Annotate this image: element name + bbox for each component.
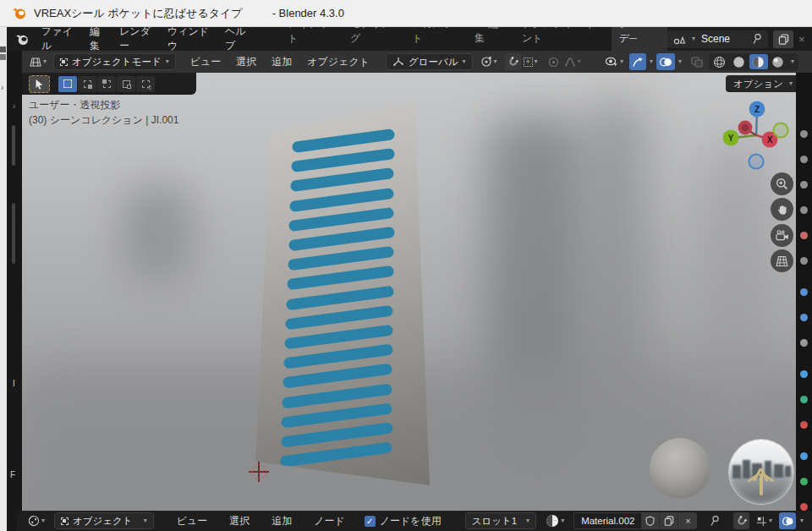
properties-tab-object-icon[interactable] (800, 288, 808, 296)
menu-help[interactable]: ヘルプ (219, 23, 258, 55)
close-icon[interactable]: × (798, 33, 807, 46)
show-overlays-toggle[interactable] (656, 53, 675, 70)
top-menubar: ファイル 編集 レンダー ウィンドウ ヘルプ レイアウト モデリング スカルプト… (7, 27, 812, 51)
slot-dropdown[interactable]: スロット1 ▾ (465, 512, 537, 529)
scrollbar[interactable] (12, 203, 15, 264)
sticker-sheet-object[interactable] (255, 101, 430, 485)
menu-render[interactable]: レンダー (113, 23, 162, 55)
options-dropdown[interactable]: オプション ▾ (726, 75, 796, 92)
shading-rendered-icon[interactable] (769, 54, 787, 69)
viewport-3d[interactable]: オプション ▾ ユーザー・透視投影 (30) シーンコレクション | JI.00… (22, 73, 796, 511)
show-gizmo-toggle[interactable] (629, 53, 646, 70)
properties-tab-misc-icon[interactable] (800, 503, 808, 511)
pin-icon[interactable] (751, 33, 762, 45)
proportional-edit-toggle[interactable] (546, 53, 562, 70)
properties-tab-texture-icon[interactable] (800, 478, 808, 485)
snap-toggle[interactable] (505, 53, 521, 70)
use-nodes-checkbox[interactable]: ✓ (365, 516, 376, 527)
zoom-button[interactable] (771, 172, 793, 195)
shading-mode-group: ▾ (709, 53, 798, 70)
chevron-down-icon[interactable]: ▾ (650, 58, 653, 65)
shading-solid-icon[interactable] (730, 54, 749, 69)
pan-button[interactable] (771, 198, 793, 221)
properties-tab-data-icon[interactable] (800, 421, 808, 429)
chevron-down-icon: ▾ (526, 517, 529, 524)
properties-tab-material-icon[interactable] (800, 452, 808, 460)
new-material-button[interactable] (660, 512, 678, 529)
properties-tab-physics-icon[interactable] (800, 370, 808, 378)
shader-editor-icon (28, 515, 40, 527)
chevron-down-icon[interactable]: ▾ (800, 517, 804, 524)
object-menu[interactable]: オブジェクト (299, 55, 377, 69)
select-mode-new-button[interactable] (58, 76, 77, 92)
properties-tab-constraints-icon[interactable] (800, 396, 808, 403)
pin-icon[interactable] (709, 515, 720, 527)
select-mode-invert-button[interactable] (117, 76, 135, 92)
browse-material-dropdown[interactable]: ▾ (543, 512, 567, 529)
properties-tab-particles-icon[interactable] (800, 339, 808, 347)
editor-type-button[interactable]: ▾ (27, 53, 49, 70)
shader-add-menu[interactable]: 追加 (264, 514, 299, 528)
visibility-dropdown[interactable]: ▾ (602, 53, 626, 70)
menu-file[interactable]: ファイル (36, 23, 84, 55)
camera-icon (776, 230, 789, 241)
gizmo-axis-neg-z[interactable] (749, 154, 763, 168)
properties-tab-viewlayer-icon[interactable] (800, 206, 808, 214)
scrollbar[interactable] (12, 125, 15, 166)
active-tool-select-box-button[interactable] (29, 75, 50, 93)
taskbar-icon (0, 54, 6, 60)
xray-toggle[interactable] (689, 53, 705, 70)
properties-tab-modifier-icon[interactable] (800, 314, 808, 321)
shader-type-dropdown[interactable]: オブジェクト ▾ (54, 512, 154, 529)
window-edge-strip: › (0, 27, 7, 531)
snap-with-dropdown[interactable]: + ▾ (521, 53, 540, 70)
snap-toggle[interactable] (733, 512, 749, 529)
snap-node-dropdown[interactable]: ▾ (754, 512, 775, 529)
new-scene-button[interactable] (773, 30, 793, 48)
add-menu[interactable]: 追加 (264, 55, 299, 69)
select-mode-subtract-button[interactable] (97, 76, 116, 92)
shader-view-menu[interactable]: ビュー (169, 514, 216, 528)
gray-sphere-object[interactable] (650, 438, 710, 499)
chevron-down-icon: ▾ (578, 58, 581, 65)
material-name-field[interactable]: Material.002 (573, 512, 641, 529)
orientation-label: グローバル (409, 56, 458, 68)
gizmo-axis-neg-y[interactable] (773, 123, 787, 137)
editor-type-button[interactable]: ▾ (25, 512, 47, 529)
properties-tab-render-icon[interactable] (800, 156, 808, 163)
transform-orientation-dropdown[interactable]: グローバル ▾ (386, 53, 473, 70)
orientation-axes-icon (392, 57, 404, 67)
menu-edit[interactable]: 編集 (84, 23, 113, 55)
scene-selector[interactable]: ▾ Scene (667, 30, 768, 48)
window-title: VREAXシール ポケットに忍ばせるタイプ (34, 6, 243, 21)
orthographic-toggle-button[interactable] (771, 249, 793, 272)
properties-tab-tool-icon[interactable] (800, 130, 808, 138)
properties-tab-output-icon[interactable] (800, 181, 808, 189)
copy-icon (664, 516, 674, 526)
shader-node-menu[interactable]: ノード (306, 514, 353, 528)
select-new-icon (63, 79, 72, 88)
select-menu[interactable]: 選択 (228, 55, 264, 69)
view-menu[interactable]: ビュー (183, 55, 229, 69)
unlink-material-button[interactable]: × (678, 512, 697, 529)
navigation-gizmo[interactable]: Z Y X (717, 93, 795, 171)
chevron-down-icon: ▾ (789, 80, 793, 87)
camera-view-button[interactable] (771, 224, 793, 247)
eye-cursor-icon (605, 57, 618, 67)
menu-window[interactable]: ウィンドウ (162, 23, 219, 55)
shading-material-icon[interactable] (749, 54, 768, 69)
shader-select-menu[interactable]: 選択 (222, 514, 257, 528)
proportional-falloff-dropdown[interactable]: ▾ (562, 53, 584, 70)
shading-wireframe-icon[interactable] (710, 54, 729, 69)
properties-tab-world-icon[interactable] (800, 257, 808, 265)
chevron-right-icon[interactable]: › (13, 101, 15, 111)
fake-user-button[interactable] (641, 512, 660, 529)
properties-tab-scene-icon[interactable] (800, 232, 808, 239)
select-mode-extend-button[interactable] (78, 76, 96, 92)
select-mode-intersect-button[interactable] (136, 76, 155, 92)
chevron-down-icon[interactable]: ▾ (791, 58, 794, 65)
chevron-down-icon[interactable]: ▾ (678, 58, 682, 65)
mode-dropdown[interactable]: オブジェクトモード ▾ (53, 53, 176, 70)
pivot-point-dropdown[interactable]: ▾ (478, 53, 500, 70)
show-overlays-toggle[interactable] (779, 512, 796, 529)
